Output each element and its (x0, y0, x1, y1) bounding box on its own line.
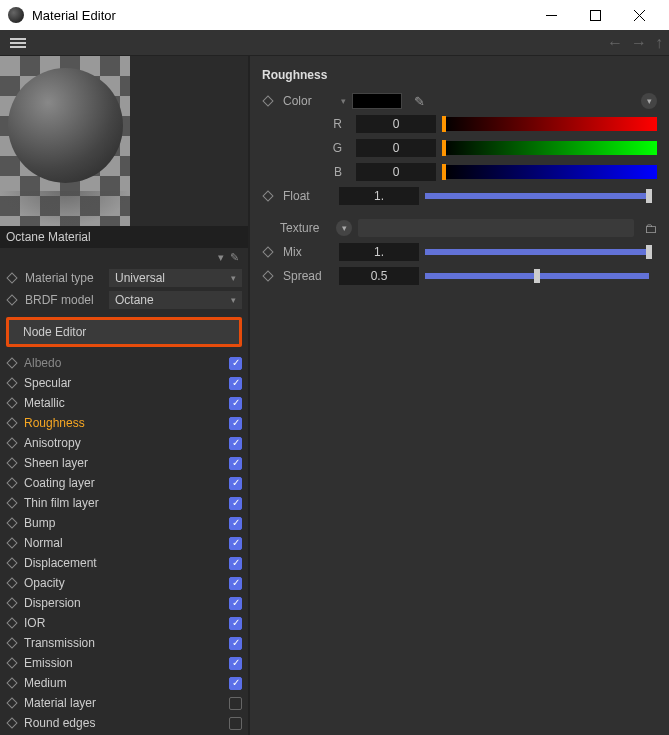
channel-checkbox[interactable] (229, 577, 242, 590)
channel-row-dispersion[interactable]: Dispersion (0, 593, 248, 613)
maximize-button[interactable] (573, 1, 617, 29)
keyframe-diamond-icon[interactable] (262, 270, 273, 281)
channel-checkbox[interactable] (229, 657, 242, 670)
channel-checkbox[interactable] (229, 397, 242, 410)
channel-checkbox[interactable] (229, 357, 242, 370)
app-icon (8, 7, 24, 23)
close-button[interactable] (617, 1, 661, 29)
keyframe-diamond-icon[interactable] (6, 397, 17, 408)
channel-row-specular[interactable]: Specular (0, 373, 248, 393)
channel-checkbox[interactable] (229, 617, 242, 630)
channel-row-material-layer[interactable]: Material layer (0, 693, 248, 713)
channel-checkbox[interactable] (229, 417, 242, 430)
texture-options-button[interactable]: ▾ (336, 220, 352, 236)
channel-label: Transmission (24, 636, 229, 650)
spread-value-input[interactable]: 0.5 (339, 267, 419, 285)
channel-row-emission[interactable]: Emission (0, 653, 248, 673)
menu-icon[interactable] (6, 32, 30, 54)
g-slider[interactable] (442, 141, 657, 155)
keyframe-diamond-icon[interactable] (6, 517, 17, 528)
keyframe-diamond-icon[interactable] (6, 537, 17, 548)
channel-row-normal[interactable]: Normal (0, 533, 248, 553)
channel-checkbox[interactable] (229, 717, 242, 730)
channel-row-metallic[interactable]: Metallic (0, 393, 248, 413)
keyframe-diamond-icon[interactable] (6, 477, 17, 488)
channel-row-bump[interactable]: Bump (0, 513, 248, 533)
window-title: Material Editor (32, 8, 529, 23)
eyedropper-icon[interactable]: ✎ (227, 251, 242, 264)
channel-row-ior[interactable]: IOR (0, 613, 248, 633)
channel-checkbox[interactable] (229, 677, 242, 690)
keyframe-diamond-icon[interactable] (6, 657, 17, 668)
b-slider[interactable] (442, 165, 657, 179)
keyframe-diamond-icon[interactable] (6, 357, 17, 368)
channel-row-opacity[interactable]: Opacity (0, 573, 248, 593)
channel-row-coating-layer[interactable]: Coating layer (0, 473, 248, 493)
keyframe-diamond-icon[interactable] (6, 557, 17, 568)
r-slider[interactable] (442, 117, 657, 131)
channel-checkbox[interactable] (229, 537, 242, 550)
nav-up-icon[interactable]: ↑ (655, 34, 663, 52)
nav-forward-icon[interactable]: → (631, 34, 647, 52)
spread-slider[interactable] (425, 273, 649, 279)
keyframe-diamond-icon[interactable] (6, 617, 17, 628)
channel-row-transmission[interactable]: Transmission (0, 633, 248, 653)
channel-checkbox[interactable] (229, 377, 242, 390)
channel-row-medium[interactable]: Medium (0, 673, 248, 693)
channel-checkbox[interactable] (229, 457, 242, 470)
channel-row-round-edges[interactable]: Round edges (0, 713, 248, 733)
float-slider[interactable] (425, 193, 649, 199)
expand-caret-icon[interactable]: ▾ (341, 96, 346, 106)
folder-icon[interactable]: 🗀 (644, 221, 657, 236)
brdf-model-select[interactable]: Octane▾ (109, 291, 242, 309)
color-swatch[interactable] (352, 93, 402, 109)
keyframe-diamond-icon[interactable] (262, 190, 273, 201)
channel-row-anisotropy[interactable]: Anisotropy (0, 433, 248, 453)
keyframe-diamond-icon[interactable] (6, 577, 17, 588)
keyframe-diamond-icon[interactable] (6, 597, 17, 608)
mix-value-input[interactable]: 1. (339, 243, 419, 261)
g-value-input[interactable]: 0 (356, 139, 436, 157)
eyedropper-icon[interactable]: ✎ (414, 94, 425, 109)
channel-checkbox[interactable] (229, 497, 242, 510)
dropdown-caret-icon[interactable]: ▾ (215, 251, 227, 264)
channel-row-albedo[interactable]: Albedo (0, 353, 248, 373)
channel-checkbox[interactable] (229, 597, 242, 610)
keyframe-diamond-icon[interactable] (262, 95, 273, 106)
channel-checkbox[interactable] (229, 697, 242, 710)
channel-row-sheen-layer[interactable]: Sheen layer (0, 453, 248, 473)
channel-row-roughness[interactable]: Roughness (0, 413, 248, 433)
channel-row-displacement[interactable]: Displacement (0, 553, 248, 573)
r-value-input[interactable]: 0 (356, 115, 436, 133)
keyframe-diamond-icon[interactable] (6, 677, 17, 688)
keyframe-diamond-icon[interactable] (6, 697, 17, 708)
color-options-button[interactable]: ▾ (641, 93, 657, 109)
material-type-select[interactable]: Universal▾ (109, 269, 242, 287)
keyframe-diamond-icon[interactable] (6, 294, 17, 305)
material-preview[interactable] (0, 56, 248, 226)
channel-label: Normal (24, 536, 229, 550)
g-label: G (302, 141, 350, 155)
minimize-button[interactable] (529, 1, 573, 29)
channel-checkbox[interactable] (229, 437, 242, 450)
keyframe-diamond-icon[interactable] (6, 437, 17, 448)
channel-row-thin-film-layer[interactable]: Thin film layer (0, 493, 248, 513)
keyframe-diamond-icon[interactable] (6, 457, 17, 468)
keyframe-diamond-icon[interactable] (6, 717, 17, 728)
keyframe-diamond-icon[interactable] (6, 497, 17, 508)
nav-back-icon[interactable]: ← (607, 34, 623, 52)
keyframe-diamond-icon[interactable] (6, 417, 17, 428)
float-value-input[interactable]: 1. (339, 187, 419, 205)
keyframe-diamond-icon[interactable] (6, 272, 17, 283)
texture-field[interactable] (358, 219, 634, 237)
keyframe-diamond-icon[interactable] (262, 246, 273, 257)
mix-slider[interactable] (425, 249, 649, 255)
keyframe-diamond-icon[interactable] (6, 637, 17, 648)
node-editor-button[interactable]: Node Editor (6, 317, 242, 347)
channel-checkbox[interactable] (229, 637, 242, 650)
keyframe-diamond-icon[interactable] (6, 377, 17, 388)
channel-checkbox[interactable] (229, 517, 242, 530)
b-value-input[interactable]: 0 (356, 163, 436, 181)
channel-checkbox[interactable] (229, 557, 242, 570)
channel-checkbox[interactable] (229, 477, 242, 490)
